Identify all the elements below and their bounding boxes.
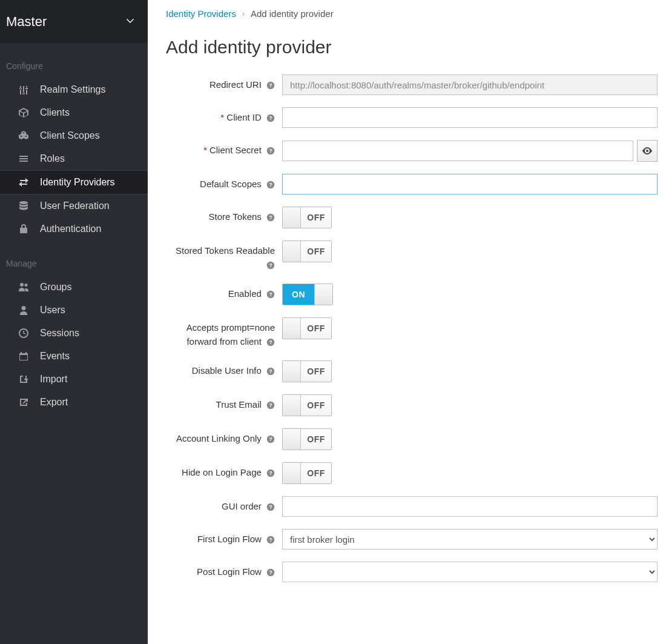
default-scopes-input[interactable] bbox=[282, 174, 658, 194]
eye-icon bbox=[642, 145, 653, 156]
form-row-hide-on-login-page: Hide on Login Page OFF bbox=[166, 462, 660, 484]
help-icon[interactable] bbox=[266, 401, 275, 410]
form-row-client-secret: * Client Secret bbox=[166, 140, 660, 162]
help-icon[interactable] bbox=[266, 261, 275, 270]
sidebar-item-import[interactable]: Import bbox=[0, 368, 148, 391]
label-trust-email: Trust Email bbox=[166, 394, 282, 412]
sidebar-item-label: Roles bbox=[40, 153, 65, 164]
sidebar-item-label: Users bbox=[40, 305, 65, 316]
account-linking-only-toggle[interactable]: OFF bbox=[282, 428, 332, 450]
database-icon bbox=[18, 201, 29, 211]
trust-email-toggle[interactable]: OFF bbox=[282, 394, 332, 416]
form-row-client-id: * Client ID bbox=[166, 107, 660, 128]
redirect-uri-input[interactable] bbox=[282, 75, 658, 95]
clock-icon bbox=[18, 328, 29, 339]
help-icon[interactable] bbox=[266, 213, 275, 222]
first-login-flow-select[interactable]: first broker login bbox=[282, 529, 658, 549]
form-row-accepts-prompt-none: Accepts prompt=none forward from client … bbox=[166, 317, 660, 348]
realm-name: Master bbox=[6, 14, 47, 30]
client-secret-input[interactable] bbox=[282, 141, 633, 161]
sidebar: Master ConfigureRealm SettingsClientsCli… bbox=[0, 0, 148, 644]
nav-section-title: Configure bbox=[0, 43, 148, 78]
gui-order-input[interactable] bbox=[282, 496, 658, 517]
enabled-toggle[interactable]: ON bbox=[282, 284, 333, 305]
hide-on-login-page-toggle[interactable]: OFF bbox=[282, 462, 332, 484]
help-icon[interactable] bbox=[266, 338, 275, 347]
reveal-secret-button[interactable] bbox=[637, 140, 658, 162]
form-row-account-linking-only: Account Linking Only OFF bbox=[166, 428, 660, 450]
sidebar-item-groups[interactable]: Groups bbox=[0, 276, 148, 299]
user-icon bbox=[18, 305, 29, 316]
sidebar-item-events[interactable]: Events bbox=[0, 345, 148, 368]
sidebar-item-users[interactable]: Users bbox=[0, 299, 148, 322]
sidebar-item-roles[interactable]: Roles bbox=[0, 147, 148, 170]
toggle-off-label: OFF bbox=[301, 395, 331, 416]
toggle-on-label bbox=[283, 241, 301, 262]
nav-section-title: Manage bbox=[0, 241, 148, 276]
disable-user-info-toggle[interactable]: OFF bbox=[282, 360, 332, 382]
sliders-icon bbox=[18, 84, 29, 95]
calendar-icon bbox=[18, 351, 29, 362]
sidebar-item-label: Realm Settings bbox=[40, 84, 106, 95]
form-row-trust-email: Trust Email OFF bbox=[166, 394, 660, 416]
toggle-on-label bbox=[283, 361, 301, 382]
sidebar-item-export[interactable]: Export bbox=[0, 391, 148, 414]
label-accepts-prompt-none: Accepts prompt=none forward from client bbox=[166, 317, 282, 348]
label-enabled: Enabled bbox=[166, 284, 282, 301]
toggle-on-label bbox=[283, 395, 301, 416]
toggle-on-label: ON bbox=[283, 284, 314, 305]
store-tokens-toggle[interactable]: OFF bbox=[282, 207, 332, 228]
sidebar-item-label: Identity Providers bbox=[40, 177, 115, 188]
sidebar-item-label: Groups bbox=[40, 282, 71, 293]
stored-tokens-readable-toggle[interactable]: OFF bbox=[282, 241, 332, 262]
sidebar-item-client-scopes[interactable]: Client Scopes bbox=[0, 124, 148, 147]
lock-icon bbox=[18, 224, 29, 234]
realm-selector[interactable]: Master bbox=[0, 0, 148, 43]
help-icon[interactable] bbox=[266, 367, 275, 376]
label-disable-user-info: Disable User Info bbox=[166, 360, 282, 378]
help-icon[interactable] bbox=[266, 435, 275, 443]
sidebar-item-label: Import bbox=[40, 374, 67, 385]
label-default-scopes: Default Scopes bbox=[166, 174, 282, 191]
sidebar-item-clients[interactable]: Clients bbox=[0, 101, 148, 124]
help-icon[interactable] bbox=[266, 536, 275, 544]
help-icon[interactable] bbox=[266, 290, 275, 299]
chevron-down-icon bbox=[125, 15, 136, 28]
help-icon[interactable] bbox=[266, 181, 275, 189]
help-icon[interactable] bbox=[266, 568, 275, 577]
export-icon bbox=[18, 397, 29, 408]
sidebar-item-label: Clients bbox=[40, 107, 70, 118]
label-gui-order: GUI order bbox=[166, 496, 282, 514]
toggle-on-label bbox=[283, 207, 301, 228]
cube-icon bbox=[18, 107, 29, 118]
toggle-off-label: OFF bbox=[301, 429, 331, 450]
users-icon bbox=[18, 282, 29, 293]
sidebar-item-sessions[interactable]: Sessions bbox=[0, 322, 148, 345]
label-client-secret: * Client Secret bbox=[166, 140, 282, 158]
form-row-post-login-flow: Post Login Flow bbox=[166, 562, 660, 582]
sidebar-item-user-federation[interactable]: User Federation bbox=[0, 194, 148, 217]
toggle-off-label: OFF bbox=[301, 207, 331, 228]
post-login-flow-select[interactable] bbox=[282, 562, 658, 582]
form-row-first-login-flow: First Login Flow first broker login bbox=[166, 529, 660, 549]
sidebar-item-label: Sessions bbox=[40, 328, 79, 339]
sidebar-item-authentication[interactable]: Authentication bbox=[0, 217, 148, 241]
sidebar-item-label: Events bbox=[40, 351, 70, 362]
help-icon[interactable] bbox=[266, 81, 275, 90]
toggle-off-label: OFF bbox=[301, 361, 331, 382]
breadcrumb: Identity Providers › Add identity provid… bbox=[166, 8, 660, 19]
help-icon[interactable] bbox=[266, 503, 275, 511]
toggle-on-label bbox=[283, 318, 301, 339]
sidebar-item-realm-settings[interactable]: Realm Settings bbox=[0, 78, 148, 101]
import-icon bbox=[18, 374, 29, 385]
accepts-prompt-none-toggle[interactable]: OFF bbox=[282, 317, 332, 339]
toggle-on-label bbox=[283, 463, 301, 483]
breadcrumb-current: Add identity provider bbox=[251, 8, 334, 19]
sidebar-item-identity-providers[interactable]: Identity Providers bbox=[0, 170, 148, 194]
cubes-icon bbox=[18, 130, 29, 141]
help-icon[interactable] bbox=[266, 469, 275, 477]
client-id-input[interactable] bbox=[282, 107, 658, 128]
help-icon[interactable] bbox=[266, 147, 275, 155]
help-icon[interactable] bbox=[266, 114, 275, 122]
breadcrumb-parent-link[interactable]: Identity Providers bbox=[166, 8, 236, 19]
